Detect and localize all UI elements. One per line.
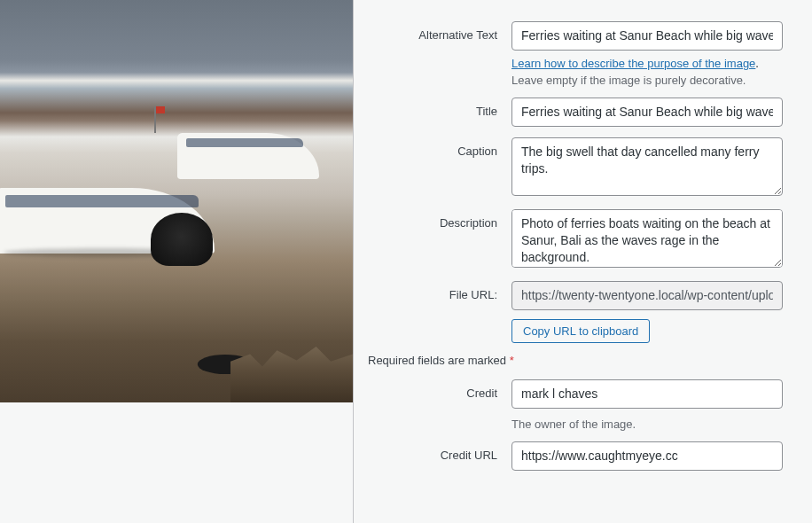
attachment-details-panel: Alternative Text Learn how to describe t… (353, 0, 812, 523)
credit-input[interactable] (511, 379, 783, 409)
image-detail-boat (177, 133, 319, 179)
copy-url-button[interactable]: Copy URL to clipboard (511, 319, 650, 343)
description-label: Description (368, 209, 511, 230)
alt-text-label: Alternative Text (368, 21, 511, 42)
credit-label: Credit (368, 379, 511, 400)
required-fields-text: Required fields are marked (368, 354, 510, 367)
caption-textarea[interactable] (511, 137, 783, 196)
credit-url-input[interactable] (511, 441, 783, 471)
alt-text-input[interactable] (511, 21, 783, 51)
title-input[interactable] (511, 98, 783, 127)
image-detail-rocks (230, 340, 353, 402)
attachment-image-preview (0, 0, 353, 402)
attachment-preview-pane (0, 0, 353, 523)
required-fields-note: Required fields are marked * (368, 354, 798, 367)
file-url-label: File URL: (368, 281, 511, 301)
required-asterisk: * (510, 354, 514, 367)
caption-label: Caption (368, 137, 511, 158)
alt-text-help-link[interactable]: Learn how to describe the purpose of the… (511, 57, 755, 70)
alt-text-empty-hint: Leave empty if the image is purely decor… (511, 74, 783, 87)
credit-url-label: Credit URL (368, 441, 511, 462)
image-detail-flag (154, 106, 156, 133)
image-detail-motor (151, 213, 213, 266)
credit-help-text: The owner of the image. (511, 418, 783, 431)
alt-text-help-period: . (755, 57, 759, 70)
description-textarea[interactable] (511, 209, 783, 268)
title-label: Title (368, 98, 511, 118)
file-url-input[interactable] (511, 281, 783, 310)
